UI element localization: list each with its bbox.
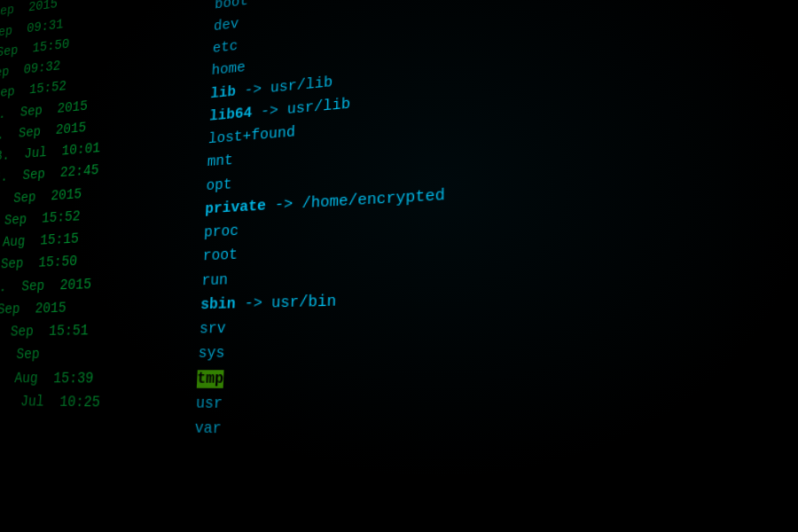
tmp-highlighted: tmp — [197, 370, 224, 388]
line-right: root — [202, 243, 238, 269]
line-left: 4096 21. Sep — [0, 341, 199, 367]
screen-content: 15:53 2. Sep 2015 bin -> usr/bin 3. Sep … — [0, 0, 798, 492]
line-right: sys — [198, 341, 225, 366]
line-right: mnt — [207, 149, 233, 174]
line-right: tmp — [197, 366, 224, 391]
line-right: etc — [212, 35, 239, 59]
line-left — [0, 412, 195, 442]
line-right: run — [201, 268, 229, 293]
line-right: usr — [195, 391, 223, 417]
line-right: sbin -> usr/bin — [200, 289, 337, 317]
line-left: 4096 12. Aug 15:39 — [0, 366, 198, 391]
line-right: proc — [203, 219, 239, 245]
line-right: opt — [206, 173, 232, 198]
line-left: 300 21. Sep 15:51 — [0, 317, 200, 345]
terminal-window: 15:53 2. Sep 2015 bin -> usr/bin 3. Sep … — [0, 0, 798, 532]
line-left: Jul 10:25 — [0, 389, 197, 416]
line-right: dev — [213, 12, 239, 37]
line-right: srv — [199, 317, 226, 341]
line-right: var — [194, 416, 222, 442]
